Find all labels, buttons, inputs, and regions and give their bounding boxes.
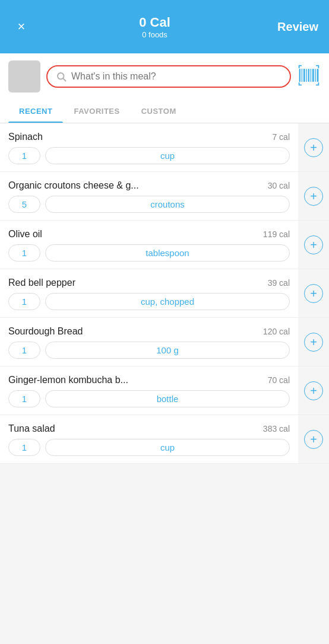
- qty-button[interactable]: 1: [8, 342, 40, 359]
- food-name: Red bell pepper: [8, 278, 75, 288]
- svg-rect-5: [306, 69, 306, 82]
- food-cal: 70 cal: [268, 375, 290, 385]
- add-circle-icon: +: [304, 430, 323, 449]
- food-controls: 5 croutons: [8, 196, 290, 213]
- food-cal: 7 cal: [272, 132, 290, 142]
- svg-rect-4: [303, 69, 305, 82]
- unit-button[interactable]: cup, chopped: [45, 293, 290, 310]
- food-item-content: Spinach 7 cal 1 cup: [0, 123, 298, 171]
- food-item-content: Ginger-lemon kombucha b... 70 cal 1 bott…: [0, 366, 298, 415]
- qty-button[interactable]: 1: [8, 147, 40, 164]
- tab-custom[interactable]: CUSTOM: [131, 100, 187, 123]
- add-food-button[interactable]: +: [298, 172, 329, 220]
- list-item: Olive oil 119 cal 1 tablespoon +: [0, 221, 329, 269]
- add-food-button[interactable]: +: [298, 318, 329, 366]
- foods-count: 0 foods: [139, 30, 170, 39]
- unit-button[interactable]: 100 g: [45, 342, 290, 359]
- food-list: Spinach 7 cal 1 cup + Organic croutons c…: [0, 123, 329, 464]
- add-food-button[interactable]: +: [298, 415, 329, 463]
- add-circle-icon: +: [304, 381, 323, 400]
- food-item-header: Spinach 7 cal: [8, 132, 290, 142]
- food-item-content: Sourdough Bread 120 cal 1 100 g: [0, 318, 298, 366]
- food-item-header: Sourdough Bread 120 cal: [8, 326, 290, 337]
- unit-button[interactable]: bottle: [45, 390, 290, 407]
- svg-rect-9: [315, 69, 315, 82]
- unit-button[interactable]: croutons: [45, 196, 290, 213]
- food-item-header: Ginger-lemon kombucha b... 70 cal: [8, 375, 290, 385]
- list-item: Sourdough Bread 120 cal 1 100 g +: [0, 318, 329, 366]
- qty-button[interactable]: 1: [8, 390, 40, 407]
- list-item: Red bell pepper 39 cal 1 cup, chopped +: [0, 269, 329, 318]
- add-food-button[interactable]: +: [298, 123, 329, 171]
- svg-rect-10: [317, 69, 319, 82]
- search-input-wrapper: [46, 65, 291, 88]
- list-item: Tuna salad 383 cal 1 cup +: [0, 415, 329, 464]
- food-item-content: Tuna salad 383 cal 1 cup: [0, 415, 298, 463]
- review-button[interactable]: Review: [277, 20, 318, 34]
- close-button[interactable]: ×: [11, 19, 32, 34]
- food-item-content: Olive oil 119 cal 1 tablespoon: [0, 221, 298, 269]
- add-food-button[interactable]: +: [298, 221, 329, 269]
- meal-image-placeholder: [8, 60, 40, 93]
- list-item: Spinach 7 cal 1 cup +: [0, 123, 329, 172]
- food-cal: 383 cal: [263, 424, 290, 433]
- food-item-header: Tuna salad 383 cal: [8, 423, 290, 434]
- add-circle-icon: +: [304, 284, 323, 303]
- add-circle-icon: +: [304, 333, 323, 352]
- food-item-content: Red bell pepper 39 cal 1 cup, chopped: [0, 269, 298, 317]
- food-name: Spinach: [8, 132, 43, 142]
- add-circle-icon: +: [304, 235, 323, 254]
- search-input[interactable]: [71, 71, 281, 82]
- svg-rect-6: [308, 69, 309, 82]
- food-name: Ginger-lemon kombucha b...: [8, 375, 128, 385]
- header-center: 0 Cal 0 foods: [139, 15, 170, 39]
- unit-button[interactable]: cup: [45, 147, 290, 164]
- food-controls: 1 bottle: [8, 390, 290, 407]
- tab-favorites[interactable]: FAVORITES: [63, 100, 130, 123]
- tabs-bar: RECENT FAVORITES CUSTOM: [0, 100, 329, 123]
- food-item-header: Organic croutons cheese & g... 30 cal: [8, 180, 290, 191]
- list-item: Organic croutons cheese & g... 30 cal 5 …: [0, 172, 329, 221]
- qty-button[interactable]: 1: [8, 293, 40, 310]
- food-cal: 120 cal: [263, 327, 290, 336]
- svg-rect-2: [299, 69, 300, 82]
- food-name: Sourdough Bread: [8, 326, 83, 337]
- unit-button[interactable]: cup: [45, 439, 290, 456]
- qty-button[interactable]: 1: [8, 439, 40, 456]
- svg-rect-3: [302, 69, 302, 82]
- food-controls: 1 cup: [8, 147, 290, 164]
- svg-rect-8: [312, 69, 314, 82]
- add-circle-icon: +: [304, 187, 323, 206]
- food-name: Olive oil: [8, 229, 42, 240]
- food-item-header: Red bell pepper 39 cal: [8, 278, 290, 288]
- search-icon: [56, 71, 67, 82]
- food-cal: 119 cal: [263, 229, 290, 239]
- calorie-count: 0 Cal: [139, 15, 170, 30]
- add-circle-icon: +: [304, 138, 323, 157]
- food-cal: 30 cal: [268, 181, 290, 190]
- svg-line-1: [63, 78, 65, 81]
- food-controls: 1 100 g: [8, 342, 290, 359]
- header: × 0 Cal 0 foods Review: [0, 0, 329, 53]
- food-item-header: Olive oil 119 cal: [8, 229, 290, 240]
- add-food-button[interactable]: +: [298, 366, 329, 415]
- food-name: Tuna salad: [8, 423, 55, 434]
- food-controls: 1 cup, chopped: [8, 293, 290, 310]
- food-cal: 39 cal: [268, 278, 290, 288]
- food-item-content: Organic croutons cheese & g... 30 cal 5 …: [0, 172, 298, 220]
- add-food-button[interactable]: +: [298, 269, 329, 317]
- barcode-icon[interactable]: [297, 63, 321, 90]
- list-item: Ginger-lemon kombucha b... 70 cal 1 bott…: [0, 366, 329, 415]
- svg-rect-7: [311, 69, 311, 82]
- food-name: Organic croutons cheese & g...: [8, 180, 139, 191]
- qty-button[interactable]: 1: [8, 244, 40, 262]
- food-controls: 1 cup: [8, 439, 290, 456]
- food-controls: 1 tablespoon: [8, 244, 290, 262]
- search-area: [0, 53, 329, 100]
- unit-button[interactable]: tablespoon: [45, 244, 290, 262]
- tab-recent[interactable]: RECENT: [8, 100, 63, 123]
- qty-button[interactable]: 5: [8, 196, 40, 213]
